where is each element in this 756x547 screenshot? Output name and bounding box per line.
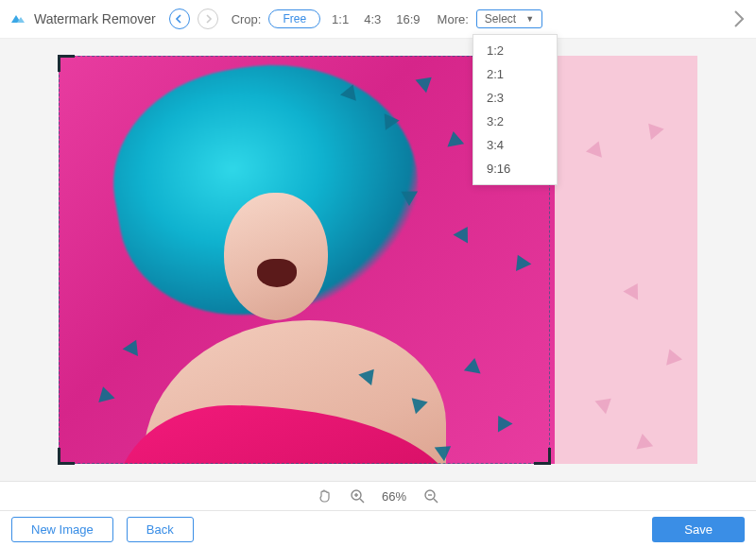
new-image-button[interactable]: New Image (11, 517, 113, 542)
crop-ratio-16-9[interactable]: 16:9 (392, 12, 423, 26)
svg-line-1 (360, 499, 364, 503)
crop-ratio-4-3[interactable]: 4:3 (360, 12, 385, 26)
more-label: More: (438, 12, 469, 26)
canvas-area (0, 38, 756, 481)
zoom-in-icon[interactable] (350, 488, 365, 504)
zoom-out-icon[interactable] (423, 488, 438, 504)
ratio-option-2-1[interactable]: 2:1 (473, 62, 557, 86)
ratio-option-9-16[interactable]: 9:16 (473, 157, 557, 180)
ratio-option-2-3[interactable]: 2:3 (473, 86, 557, 110)
svg-line-5 (434, 499, 438, 503)
zoom-bar: 66% (0, 481, 756, 511)
back-button[interactable]: Back (127, 517, 194, 542)
image-canvas[interactable] (59, 56, 697, 464)
crop-free-button[interactable]: Free (268, 9, 320, 28)
app-title: Watermark Remover (34, 11, 156, 26)
top-toolbar: Watermark Remover Crop: Free 1:1 4:3 16:… (0, 0, 756, 38)
bottom-bar: New Image Back Save (0, 511, 756, 547)
redo-button (198, 9, 218, 29)
caret-down-icon: ▼ (525, 14, 534, 24)
save-button[interactable]: Save (652, 517, 745, 542)
ratio-option-3-4[interactable]: 3:4 (473, 133, 557, 157)
zoom-level: 66% (382, 489, 406, 504)
undo-button[interactable] (169, 9, 190, 29)
app-logo-icon (9, 10, 26, 27)
select-label: Select (485, 12, 516, 26)
crop-ratio-1-1[interactable]: 1:1 (328, 12, 352, 26)
ratio-dropdown-menu: 1:2 2:1 2:3 3:2 3:4 9:16 (472, 34, 558, 185)
pan-hand-icon[interactable] (318, 488, 333, 504)
ratio-option-3-2[interactable]: 3:2 (473, 110, 557, 133)
more-select-dropdown[interactable]: Select ▼ (476, 9, 542, 28)
ratio-option-1-2[interactable]: 1:2 (473, 39, 557, 62)
crop-label: Crop: (232, 12, 262, 26)
forward-button[interactable] (730, 8, 748, 30)
